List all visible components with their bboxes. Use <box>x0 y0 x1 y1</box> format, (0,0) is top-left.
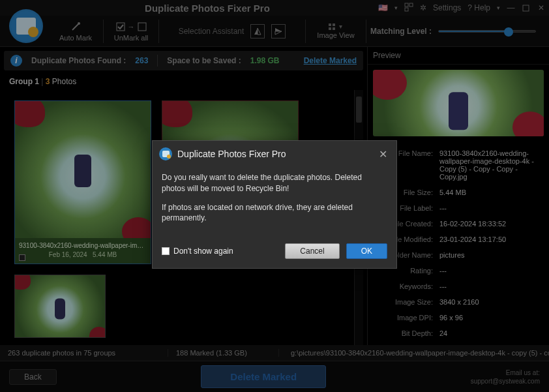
dont-show-again[interactable]: Don't show again <box>162 247 278 256</box>
dialog-title: Duplicate Photos Fixer Pro <box>177 149 371 159</box>
dialog-close-button[interactable]: ✕ <box>376 148 390 160</box>
dialog-cancel-button[interactable]: Cancel <box>285 243 339 259</box>
dont-show-checkbox[interactable] <box>162 247 170 255</box>
dialog-ok-button[interactable]: OK <box>346 243 387 259</box>
confirm-dialog: Duplicate Photos Fixer Pro ✕ Do you real… <box>152 140 397 269</box>
dont-show-label: Don't show again <box>173 247 233 256</box>
dialog-body: Do you really want to delete the duplica… <box>153 164 396 239</box>
dialog-message-1: Do you really want to delete the duplica… <box>162 172 387 194</box>
dialog-logo-icon <box>159 147 172 160</box>
dialog-message-2: If photos are located on network drive, … <box>162 202 387 224</box>
